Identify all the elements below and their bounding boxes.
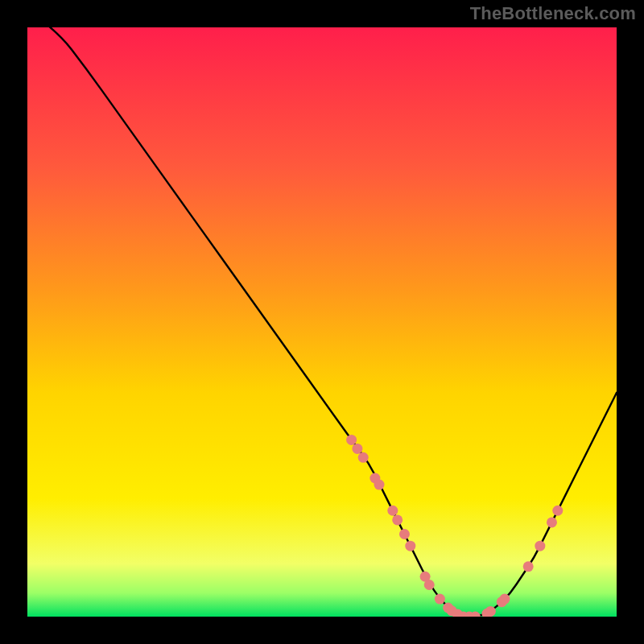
curve-marker xyxy=(358,452,369,463)
curve-marker xyxy=(346,435,357,445)
curve-marker xyxy=(399,529,410,539)
curve-marker xyxy=(499,594,510,605)
curve-marker xyxy=(552,506,563,516)
curve-marker xyxy=(547,517,557,527)
curve-marker xyxy=(424,580,435,590)
curve-marker xyxy=(392,514,402,525)
curve-marker xyxy=(523,561,534,572)
gradient-background xyxy=(27,27,617,617)
plot-area xyxy=(27,27,617,617)
curve-marker xyxy=(535,541,545,551)
watermark-text: TheBottleneck.com xyxy=(470,3,636,24)
curve-marker xyxy=(387,506,398,516)
chart-frame: TheBottleneck.com xyxy=(0,0,644,644)
chart-svg xyxy=(27,27,617,617)
curve-marker xyxy=(352,444,362,454)
curve-marker xyxy=(374,480,385,490)
curve-marker xyxy=(405,541,415,551)
curve-marker xyxy=(485,606,496,617)
curve-marker xyxy=(435,594,445,605)
